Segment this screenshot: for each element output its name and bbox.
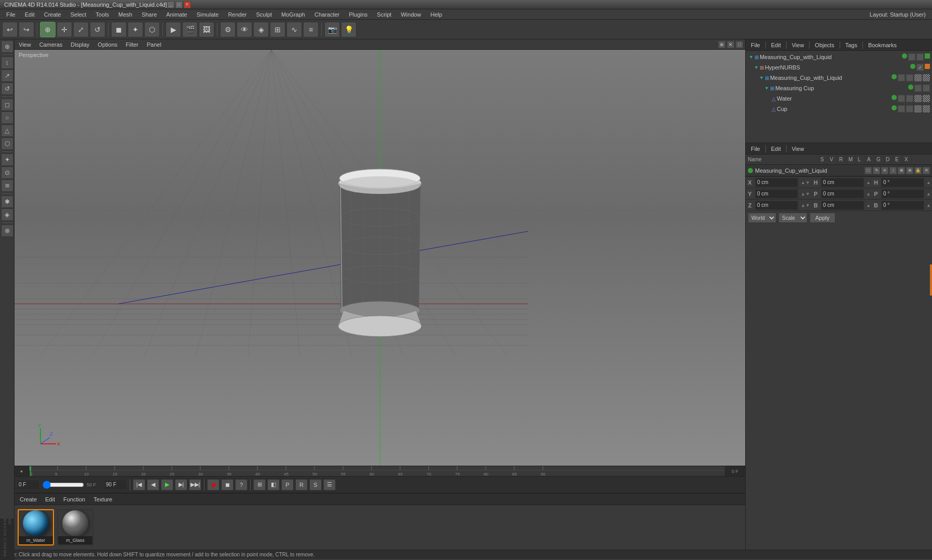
redo-button[interactable]: ↪ xyxy=(19,22,34,37)
left-tool-8[interactable]: ≋ xyxy=(1,179,13,192)
transform-mode-select[interactable]: Scale Move Rotate xyxy=(778,213,807,223)
mat-menu-texture[interactable]: Texture xyxy=(91,496,114,502)
obj-menu-objects[interactable]: Objects xyxy=(813,42,836,48)
record-button[interactable]: ⏺ xyxy=(207,479,220,491)
attr-menu-file[interactable]: File xyxy=(749,146,762,152)
material-glass[interactable]: m_Glass xyxy=(57,509,93,545)
maximize-button[interactable]: □ xyxy=(175,1,183,8)
attr-icon-1[interactable]: □ xyxy=(865,167,872,174)
attr-menu-view[interactable]: View xyxy=(790,146,806,152)
autokey-button[interactable]: ? xyxy=(235,479,248,491)
menu-sculpt[interactable]: Sculpt xyxy=(252,10,277,19)
timeline-ruler[interactable]: 0 5 10 15 20 25 30 35 40 xyxy=(29,466,724,476)
go-end-button[interactable]: ▶▶| xyxy=(189,479,201,491)
obj-menu-view[interactable]: View xyxy=(790,42,806,48)
obj-menu-bookmarks[interactable]: Bookmarks xyxy=(866,42,899,48)
left-tool-4[interactable]: ↺ xyxy=(1,82,13,95)
coord-size-h[interactable] xyxy=(881,178,924,187)
attr-icon-2[interactable]: ✎ xyxy=(873,167,880,174)
key-rot[interactable]: R xyxy=(295,479,308,491)
material-manager[interactable]: ◈ xyxy=(253,22,269,37)
vp-menu-options[interactable]: Options xyxy=(95,41,119,48)
key-pos[interactable]: P xyxy=(281,479,294,491)
key-para[interactable]: ☰ xyxy=(323,479,336,491)
vp-menu-panel[interactable]: Panel xyxy=(145,41,163,48)
next-frame-button[interactable]: ▶| xyxy=(175,479,187,491)
coord-y-pos[interactable] xyxy=(755,189,798,199)
menu-share[interactable]: Share xyxy=(138,10,161,19)
prev-frame-button[interactable]: ◀ xyxy=(147,479,159,491)
end-frame-input[interactable] xyxy=(104,480,127,490)
left-tool-1[interactable]: ⊕ xyxy=(1,40,13,53)
left-tool-2[interactable]: ↕ xyxy=(1,57,13,69)
menu-edit[interactable]: Edit xyxy=(21,10,39,19)
menu-script[interactable]: Script xyxy=(373,10,395,19)
coord-z-pos[interactable] xyxy=(755,201,798,210)
apply-button[interactable]: Apply xyxy=(810,213,835,223)
render-to-po[interactable]: 🖼 xyxy=(199,22,214,37)
mat-menu-create[interactable]: Create xyxy=(18,496,39,502)
menu-simulate[interactable]: Simulate xyxy=(193,10,223,19)
obj-badge-c1[interactable] xyxy=(898,105,905,113)
attr-icon-3[interactable]: ≡ xyxy=(881,167,888,174)
menu-file[interactable]: File xyxy=(2,10,20,19)
point-mode[interactable]: ✦ xyxy=(128,22,143,37)
obj-badge-s1[interactable] xyxy=(908,53,915,61)
obj-badge-n1[interactable]: ✓ xyxy=(916,64,924,71)
menu-help[interactable]: Help xyxy=(427,10,447,19)
attr-icon-x[interactable]: ✕ xyxy=(923,167,930,174)
obj-badge-mcwl1[interactable] xyxy=(898,74,905,81)
coord-h-rot[interactable] xyxy=(821,178,864,187)
rotate-tool[interactable]: ↺ xyxy=(90,22,105,37)
edge-mode[interactable]: ⬡ xyxy=(144,22,160,37)
left-tool-box[interactable]: ◻ xyxy=(1,99,13,111)
obj-badge-mc1[interactable] xyxy=(914,85,922,92)
current-frame-input[interactable] xyxy=(17,480,40,490)
attr-icon-6[interactable]: ⊗ xyxy=(906,167,913,174)
select-tool[interactable]: ⊕ xyxy=(40,22,56,37)
left-tool-11[interactable]: ⊗ xyxy=(1,225,13,237)
key-scale[interactable]: S xyxy=(309,479,322,491)
render-view[interactable]: 👁 xyxy=(237,22,252,37)
left-tool-5[interactable]: ⬡ xyxy=(1,137,13,150)
edit-render-settings[interactable]: ⚙ xyxy=(220,22,236,37)
menu-render[interactable]: Render xyxy=(224,10,251,19)
render-preview[interactable]: ▶ xyxy=(166,22,181,37)
obj-row-mcwl[interactable]: ▼ ⊞ Measuring_Cup_with_Liquid xyxy=(746,73,932,83)
coord-size-b[interactable] xyxy=(881,201,924,210)
mat-menu-function[interactable]: Function xyxy=(61,496,87,502)
obj-row-scene[interactable]: ▼ ⊞ Measuring_Cup_with_Liquid xyxy=(746,52,932,62)
coord-size-p[interactable] xyxy=(881,189,924,199)
vp-menu-filter[interactable]: Filter xyxy=(124,41,140,48)
obj-badge-s2[interactable] xyxy=(916,53,924,61)
vp-menu-display[interactable]: Display xyxy=(68,41,91,48)
key-all[interactable]: ⊞ xyxy=(253,479,266,491)
layer-manager[interactable]: ≡ xyxy=(303,22,319,37)
menu-mesh[interactable]: Mesh xyxy=(114,10,136,19)
cup-3d-object[interactable] xyxy=(323,155,437,342)
menu-mograph[interactable]: MoGraph xyxy=(277,10,309,19)
scale-tool[interactable]: ⤢ xyxy=(73,22,89,37)
play-button[interactable]: ▶ xyxy=(161,479,173,491)
obj-row-water[interactable]: △ Water xyxy=(746,93,932,104)
menu-character[interactable]: Character xyxy=(310,10,344,19)
frame-range-slider[interactable] xyxy=(43,481,84,488)
obj-menu-edit[interactable]: Edit xyxy=(769,42,783,48)
left-tool-10[interactable]: ◈ xyxy=(1,208,13,221)
obj-badge-w2[interactable] xyxy=(906,95,913,102)
vp-icon-3[interactable]: □ xyxy=(736,41,743,48)
left-tool-3[interactable]: ↗ xyxy=(1,69,13,82)
minimize-button[interactable]: _ xyxy=(167,1,174,8)
menu-plugins[interactable]: Plugins xyxy=(345,10,372,19)
attr-icon-4[interactable]: ↕ xyxy=(889,167,897,174)
camera-view[interactable]: 📷 xyxy=(324,22,340,37)
key-sel[interactable]: ◧ xyxy=(267,479,280,491)
left-tool-sphere[interactable]: ○ xyxy=(1,111,13,124)
vp-menu-view[interactable]: View xyxy=(17,41,33,48)
material-water[interactable]: m_Water xyxy=(18,509,54,545)
vp-icon-2[interactable]: ✕ xyxy=(727,41,734,48)
move-tool[interactable]: ✛ xyxy=(57,22,72,37)
light-view[interactable]: 💡 xyxy=(341,22,357,37)
menu-tools[interactable]: Tools xyxy=(91,10,113,19)
obj-row-cup[interactable]: △ Cup xyxy=(746,104,932,114)
